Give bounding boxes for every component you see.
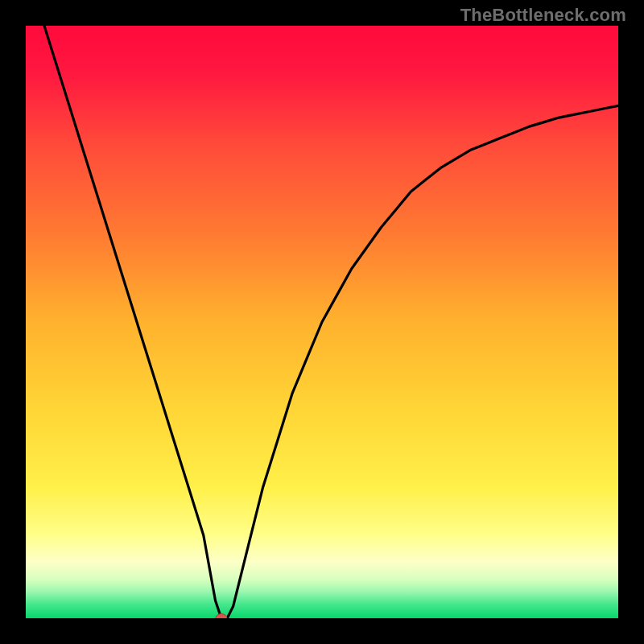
watermark-text: TheBottleneck.com — [460, 5, 626, 26]
chart-frame: TheBottleneck.com — [0, 0, 644, 644]
bottleneck-curve — [26, 26, 618, 618]
plot-area — [26, 26, 618, 618]
chart-svg — [26, 26, 618, 618]
optimal-point-marker — [216, 614, 227, 619]
